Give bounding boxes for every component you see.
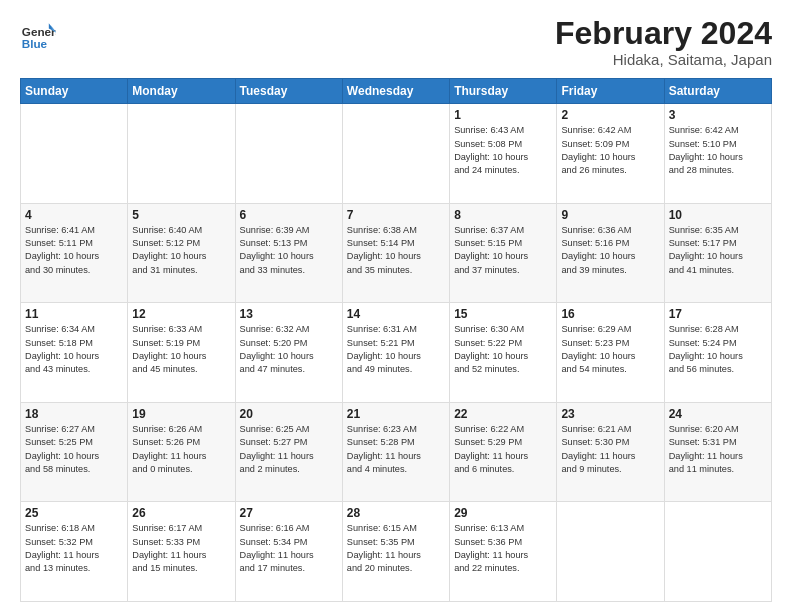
calendar-cell: 23Sunrise: 6:21 AM Sunset: 5:30 PM Dayli…: [557, 402, 664, 502]
day-number: 18: [25, 407, 123, 421]
calendar-cell: 9Sunrise: 6:36 AM Sunset: 5:16 PM Daylig…: [557, 203, 664, 303]
day-info: Sunrise: 6:39 AM Sunset: 5:13 PM Dayligh…: [240, 224, 338, 277]
calendar-cell: [342, 104, 449, 204]
day-info: Sunrise: 6:16 AM Sunset: 5:34 PM Dayligh…: [240, 522, 338, 575]
day-number: 25: [25, 506, 123, 520]
calendar-cell: 18Sunrise: 6:27 AM Sunset: 5:25 PM Dayli…: [21, 402, 128, 502]
day-info: Sunrise: 6:42 AM Sunset: 5:10 PM Dayligh…: [669, 124, 767, 177]
calendar-cell: 7Sunrise: 6:38 AM Sunset: 5:14 PM Daylig…: [342, 203, 449, 303]
weekday-header-friday: Friday: [557, 79, 664, 104]
day-info: Sunrise: 6:22 AM Sunset: 5:29 PM Dayligh…: [454, 423, 552, 476]
day-number: 15: [454, 307, 552, 321]
day-info: Sunrise: 6:28 AM Sunset: 5:24 PM Dayligh…: [669, 323, 767, 376]
day-number: 1: [454, 108, 552, 122]
day-info: Sunrise: 6:33 AM Sunset: 5:19 PM Dayligh…: [132, 323, 230, 376]
day-number: 8: [454, 208, 552, 222]
calendar-cell: 14Sunrise: 6:31 AM Sunset: 5:21 PM Dayli…: [342, 303, 449, 403]
day-number: 9: [561, 208, 659, 222]
day-info: Sunrise: 6:18 AM Sunset: 5:32 PM Dayligh…: [25, 522, 123, 575]
weekday-header-saturday: Saturday: [664, 79, 771, 104]
calendar-cell: 13Sunrise: 6:32 AM Sunset: 5:20 PM Dayli…: [235, 303, 342, 403]
day-info: Sunrise: 6:29 AM Sunset: 5:23 PM Dayligh…: [561, 323, 659, 376]
day-info: Sunrise: 6:13 AM Sunset: 5:36 PM Dayligh…: [454, 522, 552, 575]
calendar-cell: 15Sunrise: 6:30 AM Sunset: 5:22 PM Dayli…: [450, 303, 557, 403]
calendar-cell: [557, 502, 664, 602]
day-number: 11: [25, 307, 123, 321]
day-number: 22: [454, 407, 552, 421]
calendar-cell: 28Sunrise: 6:15 AM Sunset: 5:35 PM Dayli…: [342, 502, 449, 602]
day-info: Sunrise: 6:42 AM Sunset: 5:09 PM Dayligh…: [561, 124, 659, 177]
calendar-cell: 16Sunrise: 6:29 AM Sunset: 5:23 PM Dayli…: [557, 303, 664, 403]
calendar-week-4: 18Sunrise: 6:27 AM Sunset: 5:25 PM Dayli…: [21, 402, 772, 502]
calendar-cell: 17Sunrise: 6:28 AM Sunset: 5:24 PM Dayli…: [664, 303, 771, 403]
calendar-cell: 12Sunrise: 6:33 AM Sunset: 5:19 PM Dayli…: [128, 303, 235, 403]
calendar-cell: 8Sunrise: 6:37 AM Sunset: 5:15 PM Daylig…: [450, 203, 557, 303]
calendar-week-1: 1Sunrise: 6:43 AM Sunset: 5:08 PM Daylig…: [21, 104, 772, 204]
title-block: February 2024 Hidaka, Saitama, Japan: [555, 16, 772, 68]
day-info: Sunrise: 6:40 AM Sunset: 5:12 PM Dayligh…: [132, 224, 230, 277]
day-info: Sunrise: 6:41 AM Sunset: 5:11 PM Dayligh…: [25, 224, 123, 277]
logo-icon: General Blue: [20, 16, 56, 52]
calendar-cell: 6Sunrise: 6:39 AM Sunset: 5:13 PM Daylig…: [235, 203, 342, 303]
calendar-cell: 2Sunrise: 6:42 AM Sunset: 5:09 PM Daylig…: [557, 104, 664, 204]
weekday-header-sunday: Sunday: [21, 79, 128, 104]
day-number: 28: [347, 506, 445, 520]
day-info: Sunrise: 6:31 AM Sunset: 5:21 PM Dayligh…: [347, 323, 445, 376]
day-number: 21: [347, 407, 445, 421]
day-info: Sunrise: 6:23 AM Sunset: 5:28 PM Dayligh…: [347, 423, 445, 476]
day-number: 6: [240, 208, 338, 222]
weekday-header-wednesday: Wednesday: [342, 79, 449, 104]
day-info: Sunrise: 6:43 AM Sunset: 5:08 PM Dayligh…: [454, 124, 552, 177]
day-info: Sunrise: 6:15 AM Sunset: 5:35 PM Dayligh…: [347, 522, 445, 575]
calendar-cell: 26Sunrise: 6:17 AM Sunset: 5:33 PM Dayli…: [128, 502, 235, 602]
main-title: February 2024: [555, 16, 772, 51]
day-number: 4: [25, 208, 123, 222]
day-number: 19: [132, 407, 230, 421]
day-number: 2: [561, 108, 659, 122]
day-number: 26: [132, 506, 230, 520]
calendar-cell: 1Sunrise: 6:43 AM Sunset: 5:08 PM Daylig…: [450, 104, 557, 204]
calendar-cell: 25Sunrise: 6:18 AM Sunset: 5:32 PM Dayli…: [21, 502, 128, 602]
calendar-cell: 5Sunrise: 6:40 AM Sunset: 5:12 PM Daylig…: [128, 203, 235, 303]
calendar-cell: 3Sunrise: 6:42 AM Sunset: 5:10 PM Daylig…: [664, 104, 771, 204]
day-info: Sunrise: 6:27 AM Sunset: 5:25 PM Dayligh…: [25, 423, 123, 476]
day-info: Sunrise: 6:37 AM Sunset: 5:15 PM Dayligh…: [454, 224, 552, 277]
calendar-cell: 27Sunrise: 6:16 AM Sunset: 5:34 PM Dayli…: [235, 502, 342, 602]
day-number: 12: [132, 307, 230, 321]
day-info: Sunrise: 6:26 AM Sunset: 5:26 PM Dayligh…: [132, 423, 230, 476]
day-info: Sunrise: 6:35 AM Sunset: 5:17 PM Dayligh…: [669, 224, 767, 277]
sub-title: Hidaka, Saitama, Japan: [555, 51, 772, 68]
day-number: 10: [669, 208, 767, 222]
day-number: 14: [347, 307, 445, 321]
day-number: 7: [347, 208, 445, 222]
calendar-week-3: 11Sunrise: 6:34 AM Sunset: 5:18 PM Dayli…: [21, 303, 772, 403]
day-info: Sunrise: 6:21 AM Sunset: 5:30 PM Dayligh…: [561, 423, 659, 476]
header: General Blue February 2024 Hidaka, Saita…: [20, 16, 772, 68]
day-number: 27: [240, 506, 338, 520]
day-info: Sunrise: 6:38 AM Sunset: 5:14 PM Dayligh…: [347, 224, 445, 277]
day-number: 16: [561, 307, 659, 321]
day-number: 5: [132, 208, 230, 222]
calendar-cell: 20Sunrise: 6:25 AM Sunset: 5:27 PM Dayli…: [235, 402, 342, 502]
calendar-cell: [128, 104, 235, 204]
day-number: 3: [669, 108, 767, 122]
calendar-cell: 11Sunrise: 6:34 AM Sunset: 5:18 PM Dayli…: [21, 303, 128, 403]
calendar-cell: 21Sunrise: 6:23 AM Sunset: 5:28 PM Dayli…: [342, 402, 449, 502]
calendar-cell: 22Sunrise: 6:22 AM Sunset: 5:29 PM Dayli…: [450, 402, 557, 502]
day-number: 20: [240, 407, 338, 421]
day-number: 17: [669, 307, 767, 321]
calendar-cell: 4Sunrise: 6:41 AM Sunset: 5:11 PM Daylig…: [21, 203, 128, 303]
calendar-cell: 10Sunrise: 6:35 AM Sunset: 5:17 PM Dayli…: [664, 203, 771, 303]
day-info: Sunrise: 6:30 AM Sunset: 5:22 PM Dayligh…: [454, 323, 552, 376]
weekday-header-tuesday: Tuesday: [235, 79, 342, 104]
svg-text:Blue: Blue: [22, 37, 48, 50]
day-info: Sunrise: 6:32 AM Sunset: 5:20 PM Dayligh…: [240, 323, 338, 376]
calendar-cell: [235, 104, 342, 204]
calendar-cell: 29Sunrise: 6:13 AM Sunset: 5:36 PM Dayli…: [450, 502, 557, 602]
calendar-cell: [664, 502, 771, 602]
day-info: Sunrise: 6:34 AM Sunset: 5:18 PM Dayligh…: [25, 323, 123, 376]
calendar-cell: [21, 104, 128, 204]
calendar-cell: 19Sunrise: 6:26 AM Sunset: 5:26 PM Dayli…: [128, 402, 235, 502]
day-info: Sunrise: 6:17 AM Sunset: 5:33 PM Dayligh…: [132, 522, 230, 575]
weekday-header-thursday: Thursday: [450, 79, 557, 104]
